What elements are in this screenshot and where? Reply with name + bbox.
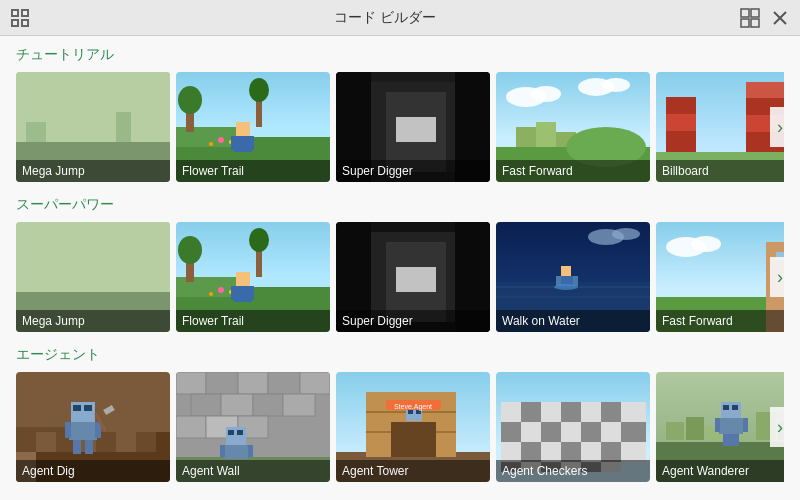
card-agent-wall-1[interactable]: Agent Wall: [176, 372, 330, 482]
svg-rect-175: [541, 442, 561, 462]
svg-rect-166: [501, 422, 521, 442]
svg-rect-7: [23, 21, 27, 25]
svg-rect-178: [601, 442, 621, 462]
card-label-agent-tower-1: Agent Tower: [336, 460, 490, 482]
svg-point-43: [531, 86, 561, 102]
svg-rect-29: [236, 122, 250, 136]
svg-rect-79: [231, 286, 237, 300]
svg-rect-172: [621, 422, 646, 442]
svg-text:Steve.Agent: Steve.Agent: [394, 403, 432, 411]
card-agent-tower-1[interactable]: Steve.Agent Agent Tower: [336, 372, 490, 482]
app-icon[interactable]: [8, 6, 32, 30]
svg-rect-11: [751, 19, 759, 27]
svg-rect-159: [501, 402, 521, 422]
svg-point-45: [602, 78, 630, 92]
card-label-fast-forward-1: Fast Forward: [496, 160, 650, 182]
card-agent-wanderer-1[interactable]: Agent Wanderer: [656, 372, 784, 482]
svg-rect-132: [300, 372, 330, 394]
card-label-agent-dig-1: Agent Dig: [16, 460, 170, 482]
card-mega-jump-1[interactable]: Mega Jump: [16, 72, 170, 182]
card-label-agent-wanderer-1: Agent Wanderer: [656, 460, 784, 482]
svg-rect-8: [741, 9, 749, 17]
svg-rect-62: [666, 114, 696, 131]
svg-rect-63: [666, 131, 696, 152]
svg-rect-124: [85, 440, 93, 454]
card-fast-forward-2[interactable]: Fast Forward: [656, 222, 784, 332]
svg-rect-31: [231, 136, 237, 150]
section-title-agent: エージェント: [16, 346, 784, 364]
card-agent-dig-1[interactable]: Agent Dig: [16, 372, 170, 482]
svg-rect-136: [283, 394, 315, 416]
svg-rect-179: [621, 442, 646, 462]
card-label-mega-jump-1: Mega Jump: [16, 160, 170, 182]
section-title-tutorial: チュートリアル: [16, 46, 784, 64]
svg-rect-114: [116, 432, 136, 452]
svg-rect-120: [69, 422, 97, 440]
card-label-billboard-1: Billboard: [656, 160, 784, 182]
card-super-digger-2[interactable]: Super Digger: [336, 222, 490, 332]
scroll-arrow-super-power[interactable]: ›: [770, 257, 784, 297]
title-bar-left: [8, 6, 32, 30]
card-label-flower-trail-2: Flower Trail: [176, 310, 330, 332]
svg-rect-47: [536, 122, 556, 147]
cards-row-agent: Agent Dig: [16, 372, 784, 482]
card-walk-on-water-1[interactable]: Walk on Water: [496, 222, 650, 332]
svg-rect-162: [561, 402, 581, 422]
card-label-mega-jump-2: Mega Jump: [16, 310, 170, 332]
cards-row-super-power: Mega Jump: [16, 222, 784, 332]
svg-rect-189: [686, 417, 704, 440]
card-mega-jump-2[interactable]: Mega Jump: [16, 222, 170, 332]
svg-rect-174: [521, 442, 541, 462]
svg-rect-135: [253, 394, 283, 416]
close-button[interactable]: [768, 6, 792, 30]
card-flower-trail-1[interactable]: Flower Trail: [176, 72, 330, 182]
scroll-arrow-tutorial[interactable]: ›: [770, 107, 784, 147]
svg-point-26: [218, 137, 224, 143]
svg-rect-115: [136, 432, 156, 452]
card-super-digger-1[interactable]: Super Digger: [336, 72, 490, 182]
svg-rect-168: [541, 422, 561, 442]
svg-rect-133: [191, 394, 221, 416]
svg-rect-155: [416, 410, 421, 414]
svg-rect-77: [236, 272, 250, 286]
grid-view-button[interactable]: [738, 6, 762, 30]
svg-rect-170: [581, 422, 601, 442]
svg-rect-145: [220, 445, 225, 457]
svg-rect-9: [751, 9, 759, 17]
svg-rect-37: [396, 117, 436, 142]
section-title-super-power: スーパーパワー: [16, 196, 784, 214]
card-label-super-digger-1: Super Digger: [336, 160, 490, 182]
svg-rect-10: [741, 19, 749, 27]
scroll-arrow-agent[interactable]: ›: [770, 407, 784, 447]
card-label-flower-trail-1: Flower Trail: [176, 160, 330, 182]
svg-point-92: [612, 228, 640, 240]
svg-point-76: [209, 292, 213, 296]
card-fast-forward-1[interactable]: Fast Forward: [496, 72, 650, 182]
svg-rect-142: [228, 430, 234, 435]
svg-rect-80: [248, 286, 254, 300]
svg-point-74: [218, 287, 224, 293]
card-billboard-1[interactable]: Billboard: [656, 72, 784, 182]
svg-rect-119: [84, 405, 92, 411]
svg-rect-160: [521, 402, 541, 422]
title-bar-right: [738, 6, 792, 30]
svg-rect-161: [541, 402, 561, 422]
svg-point-28: [209, 142, 213, 146]
svg-rect-171: [601, 422, 621, 442]
svg-rect-69: [176, 277, 236, 297]
svg-rect-21: [176, 127, 236, 147]
card-agent-checkers-1[interactable]: Agent Checkers: [496, 372, 650, 482]
svg-point-97: [554, 284, 578, 290]
svg-point-23: [178, 86, 202, 114]
svg-rect-6: [13, 21, 17, 25]
svg-rect-154: [408, 410, 413, 414]
svg-rect-84: [396, 267, 436, 292]
svg-rect-137: [176, 416, 206, 438]
section-super-power: スーパーパワー Mega Jump: [16, 196, 784, 332]
card-flower-trail-2[interactable]: Flower Trail: [176, 222, 330, 332]
svg-rect-134: [221, 394, 253, 416]
svg-rect-130: [238, 372, 268, 394]
svg-rect-32: [248, 136, 254, 150]
window-title: コード ビルダー: [32, 9, 738, 27]
section-agent: エージェント: [16, 346, 784, 482]
